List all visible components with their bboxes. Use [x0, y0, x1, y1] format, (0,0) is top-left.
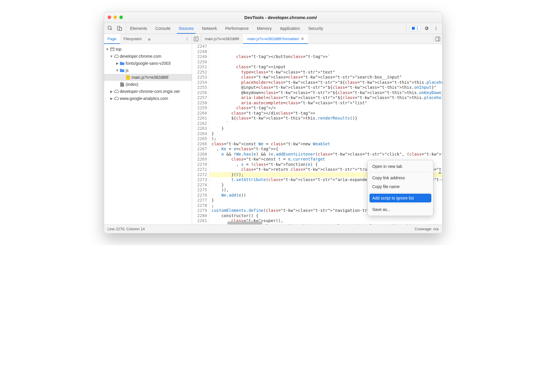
folder-icon: [120, 68, 125, 73]
tree-label: main.js?v=e382d86f: [132, 75, 169, 80]
svg-rect-13: [436, 37, 440, 41]
editor-tab[interactable]: main.js?v=e382d86f: [201, 34, 243, 44]
code-line[interactable]: }: [210, 131, 442, 137]
cloud-icon: [114, 89, 119, 94]
device-toolbar-icon[interactable]: [116, 25, 123, 32]
tree-label: top: [116, 47, 121, 52]
code-line[interactable]: placeholder=class="t-kw">class="t-str">"…: [210, 80, 442, 85]
context-menu-save-as[interactable]: Save as...: [369, 205, 431, 214]
tree-row-folder[interactable]: ▶ fonts/google-sans-v2003: [104, 60, 192, 67]
main-area: Page Filesystem ▼ top ▼ develop: [104, 34, 442, 224]
panel-tab-network[interactable]: Network: [198, 23, 221, 34]
maximize-window-button[interactable]: [119, 16, 123, 19]
tree-row-top[interactable]: ▼ top: [104, 46, 192, 53]
code-line[interactable]: ${class="t-kw">class="t-this">this.rende…: [210, 116, 442, 121]
close-tab-icon[interactable]: ✕: [301, 37, 304, 41]
svg-point-6: [435, 29, 436, 30]
context-menu-add-ignore-list[interactable]: Add script to ignore list: [369, 194, 431, 202]
tree-row-index[interactable]: (index): [104, 81, 192, 88]
minimize-window-button[interactable]: [113, 16, 117, 19]
navigate-back-icon[interactable]: [192, 34, 201, 44]
tree-label: developer.chrome.com: [120, 54, 162, 59]
tree-label: www.google-analytics.com: [120, 96, 168, 101]
more-tabs-icon[interactable]: [400, 25, 406, 32]
issues-badge[interactable]: 1: [409, 26, 420, 31]
panel-tab-application[interactable]: Application: [276, 23, 304, 34]
panel-tab-sources[interactable]: Sources: [174, 23, 198, 34]
editor-tab-label: main.js?v=e382d86f:formatted: [247, 37, 299, 41]
show-debugger-icon[interactable]: [433, 34, 442, 44]
code-line[interactable]: type=class="t-kw">class="t-str">"text": [210, 70, 442, 75]
main-toolbar: ElementsConsoleSourcesNetworkPerformance…: [104, 23, 442, 34]
code-line[interactable]: class="t-kw">const We = class="t-kw">new…: [210, 142, 442, 147]
window-title: DevTools - developer.chrome.com/: [123, 15, 439, 20]
cloud-icon: [114, 96, 119, 101]
code-line[interactable]: class="t-kw">class=class="t-kw">class="t…: [210, 75, 442, 80]
status-bar: Line 2270, Column 14 Coverage: n/a: [104, 224, 442, 233]
traffic-lights: [108, 16, 123, 19]
editor-tabs: main.js?v=e382d86f main.js?v=e382d86f:fo…: [192, 34, 442, 44]
tree-row-domain[interactable]: ▼ developer.chrome.com: [104, 53, 192, 60]
panel-tab-security[interactable]: Security: [304, 23, 327, 34]
context-menu-copy-filename[interactable]: Copy file name: [369, 182, 431, 191]
document-icon: [120, 82, 125, 87]
svg-point-9: [186, 40, 187, 40]
svg-rect-2: [119, 28, 122, 30]
code-line[interactable]: e && !We.has(e) && (e.addEventListener(c…: [210, 152, 442, 157]
window-titlebar: DevTools - developer.chrome.com/: [104, 12, 442, 23]
devtools-window: DevTools - developer.chrome.com/ Element…: [104, 12, 442, 234]
horizontal-scrollbar[interactable]: [227, 221, 262, 224]
context-menu: Open in new tab Copy link address Copy f…: [367, 160, 433, 216]
svg-point-4: [435, 27, 436, 28]
code-line[interactable]: [210, 59, 442, 65]
code-line[interactable]: , Ke = e=class="t-tag">>{: [210, 146, 442, 152]
navigator-more-tabs-icon[interactable]: [145, 37, 153, 41]
panel-tab-console[interactable]: Console: [151, 23, 174, 34]
file-tree: ▼ top ▼ developer.chrome.com ▶ fonts/goo…: [104, 44, 192, 224]
tree-label: (index): [126, 82, 138, 87]
code-line[interactable]: class="t-tag"></buttonclass="t-tag">>`: [210, 54, 442, 59]
navigator-tabs: Page Filesystem: [104, 34, 192, 44]
svg-point-7: [186, 38, 187, 38]
scrollbar-marker: [439, 172, 441, 174]
context-menu-open-new-tab[interactable]: Open in new tab: [369, 162, 431, 171]
cloud-icon: [114, 54, 119, 59]
tree-label: developer-chrome-com.imgix.net: [120, 89, 180, 94]
editor-tab-active[interactable]: main.js?v=e382d86f:formatted ✕: [243, 34, 308, 44]
navigator-tab-page[interactable]: Page: [104, 34, 120, 44]
tree-row-domain-imgix[interactable]: ▶ developer-chrome-com.imgix.net: [104, 88, 192, 95]
tree-row-file-selected[interactable]: main.js?v=e382d86f: [104, 74, 192, 81]
inspect-element-icon[interactable]: [107, 25, 113, 32]
close-window-button[interactable]: [108, 16, 111, 19]
tree-row-domain-ga[interactable]: ▶ www.google-analytics.com: [104, 95, 192, 102]
navigator-tab-filesystem[interactable]: Filesystem: [120, 34, 145, 44]
svg-point-8: [186, 38, 187, 39]
tree-label: fonts/google-sans-v2003: [126, 61, 171, 66]
status-coverage: Coverage: n/a: [415, 227, 439, 231]
code-line[interactable]: @input=class="t-kw">class="t-str">"${cla…: [210, 85, 442, 90]
code-line[interactable]: aria-autocomplete=class="t-kw">class="t-…: [210, 100, 442, 106]
tree-row-folder-js[interactable]: ▼ js: [104, 67, 192, 74]
svg-rect-12: [194, 37, 198, 41]
code-line[interactable]: class="t-tag">/>: [210, 105, 442, 111]
code-line[interactable]: `: [210, 121, 442, 126]
navigator-more-options-icon[interactable]: [182, 37, 192, 41]
code-line[interactable]: );: [210, 136, 442, 142]
more-options-icon[interactable]: [433, 25, 439, 32]
editor-pane: main.js?v=e382d86f main.js?v=e382d86f:fo…: [192, 34, 442, 224]
code-line[interactable]: class="t-tag"></divclass="t-tag">>: [210, 111, 442, 116]
code-line[interactable]: }: [210, 126, 442, 131]
status-cursor-position: Line 2270, Column 14: [108, 227, 145, 231]
svg-rect-10: [111, 48, 114, 51]
panel-tab-performance[interactable]: Performance: [221, 23, 253, 34]
code-line[interactable]: @keydown=class="t-kw">class="t-str">"${c…: [210, 90, 442, 96]
tree-label: js: [126, 68, 129, 73]
frame-icon: [110, 47, 115, 52]
panel-tab-elements[interactable]: Elements: [126, 23, 151, 34]
svg-rect-3: [412, 27, 415, 30]
settings-icon[interactable]: [423, 25, 430, 32]
panel-tab-memory[interactable]: Memory: [253, 23, 276, 34]
context-menu-copy-link[interactable]: Copy link address: [369, 173, 431, 182]
code-line[interactable]: aria-label=class="t-kw">class="t-str">"$…: [210, 95, 442, 100]
code-line[interactable]: class="t-tag"><input: [210, 64, 442, 70]
